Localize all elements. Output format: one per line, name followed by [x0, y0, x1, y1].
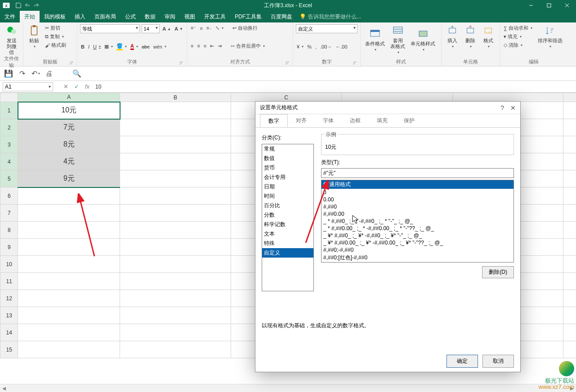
category-item[interactable]: 日期 — [262, 182, 313, 192]
save-icon[interactable] — [15, 2, 22, 9]
increase-indent-button[interactable]: ⇥ — [217, 43, 223, 49]
qat-print-icon[interactable]: 🖨 — [44, 69, 54, 79]
cell-A3[interactable]: 8元 — [18, 136, 120, 153]
format-item[interactable]: 0 — [321, 189, 513, 196]
format-list[interactable]: G/通用格式 0 0.00 #,##0 #,##0.00 _ * #,##0_ … — [321, 180, 514, 263]
increase-font-button[interactable]: A▲ — [161, 26, 172, 32]
decrease-indent-button[interactable]: ⇤ — [209, 43, 215, 49]
format-item[interactable]: #,##0.00 — [321, 210, 513, 218]
paste-button[interactable]: 粘贴▾ — [26, 24, 42, 49]
maximize-button[interactable] — [540, 0, 558, 11]
category-item[interactable]: 特殊 — [262, 239, 313, 248]
dialog-tab-fill[interactable]: 填充 — [369, 114, 396, 127]
phonetic-button[interactable]: wén▾ — [152, 44, 167, 50]
row-header-6[interactable]: 6 — [0, 187, 18, 205]
format-item[interactable]: _ ¥* #,##0_ ;_ ¥* -#,##0_ ;_ ¥* "-"_ ;_ … — [321, 232, 513, 239]
tab-developer[interactable]: 开发工具 — [200, 11, 230, 22]
col-header-H[interactable]: H — [563, 93, 576, 102]
italic-button[interactable]: I — [87, 44, 90, 50]
row-header-8[interactable]: 8 — [0, 222, 18, 239]
tab-pdf[interactable]: PDF工具集 — [230, 11, 266, 22]
percent-button[interactable]: % — [306, 44, 313, 50]
align-center-button[interactable]: ≡ — [196, 43, 201, 49]
decrease-decimal-button[interactable]: ←.00 — [335, 44, 348, 50]
delete-cells-button[interactable]: ×删除▾ — [462, 24, 478, 49]
tab-layout[interactable]: 页面布局 — [90, 11, 121, 22]
category-item[interactable]: 分数 — [262, 210, 313, 220]
increase-decimal-button[interactable]: .00→ — [319, 44, 333, 50]
insert-cells-button[interactable]: +插入▾ — [444, 24, 460, 49]
row-header-1[interactable]: 1 — [0, 102, 18, 119]
dialog-tab-font[interactable]: 字体 — [315, 114, 342, 127]
cell-A2[interactable]: 7元 — [18, 119, 120, 136]
font-launcher[interactable]: ◸ — [180, 61, 183, 65]
horizontal-scrollbar[interactable]: ◂ ▸ — [0, 384, 576, 392]
tab-formulas[interactable]: 公式 — [121, 11, 140, 22]
decrease-font-button[interactable]: A▼ — [174, 26, 184, 32]
orientation-button[interactable]: ⤡▾ — [214, 25, 224, 31]
underline-button[interactable]: U▾ — [92, 44, 102, 50]
autosum-button[interactable]: ∑自动求和▾ — [503, 24, 533, 32]
align-right-button[interactable]: ≡ — [203, 43, 207, 49]
tell-me[interactable]: 💡 告诉我您想要做什么... — [299, 11, 361, 22]
row-header-13[interactable]: 13 — [0, 307, 18, 324]
format-item[interactable]: #,##0;-#,##0 — [321, 246, 513, 254]
merge-center-button[interactable]: ⇿合并后居中▾ — [230, 42, 266, 50]
copy-button[interactable]: ⧉复制▾ — [44, 33, 67, 40]
insert-function-button[interactable]: fx — [82, 83, 93, 90]
clear-button[interactable]: ◇清除▾ — [503, 41, 533, 49]
scroll-left-icon[interactable]: ◂ — [0, 384, 8, 392]
row-header-9[interactable]: 9 — [0, 239, 18, 256]
col-header-C[interactable]: C — [231, 93, 342, 102]
conditional-format-button[interactable]: 条件格式▾ — [363, 27, 387, 53]
tab-file[interactable]: 文件 — [0, 11, 20, 22]
col-header-A[interactable]: A — [18, 93, 120, 102]
dialog-tab-number[interactable]: 数字 — [260, 114, 288, 127]
dialog-close-button[interactable]: ✕ — [510, 104, 516, 111]
formula-enter-button[interactable]: ✓ — [71, 83, 82, 90]
strikethrough-button[interactable]: abc — [141, 44, 151, 50]
category-item[interactable]: 常规 — [262, 144, 313, 154]
row-header-14[interactable]: 14 — [0, 324, 18, 341]
format-item[interactable]: 0.00 — [321, 196, 513, 203]
formula-cancel-button[interactable]: ✕ — [60, 83, 71, 90]
category-item[interactable]: 时间 — [262, 192, 313, 201]
qat-redo-icon[interactable]: ↷ — [17, 69, 27, 79]
format-item[interactable]: #,##0;[红色]-#,##0 — [321, 254, 513, 262]
col-header-B[interactable]: B — [120, 93, 231, 102]
category-list[interactable]: 常规 数值 货币 会计专用 日期 时间 百分比 分数 科学记数 文本 特殊 自定… — [262, 144, 314, 291]
minimize-button[interactable] — [522, 0, 540, 11]
fill-button[interactable]: ▾填充▾ — [503, 33, 533, 40]
cell-A1[interactable]: 10元 — [18, 102, 120, 119]
redo-icon[interactable] — [33, 2, 40, 9]
table-format-button[interactable]: 套用 表格式▾ — [388, 24, 407, 55]
category-item[interactable]: 文本 — [262, 229, 313, 239]
cancel-button[interactable]: 取消 — [482, 355, 514, 368]
tab-home[interactable]: 开始 — [20, 11, 40, 22]
format-item[interactable]: _ ¥* #,##0.00_ ;_ ¥* -#,##0.00_ ;_ ¥* "-… — [321, 239, 513, 246]
cell-style-button[interactable]: 单元格样式▾ — [409, 27, 437, 53]
tab-view[interactable]: 视图 — [180, 11, 200, 22]
row-header-2[interactable]: 2 — [0, 119, 18, 136]
number-launcher[interactable]: ◸ — [353, 61, 357, 65]
qat-save-icon[interactable]: 💾 — [4, 69, 13, 79]
category-item[interactable]: 数值 — [262, 154, 313, 163]
cell-A5[interactable]: 9元 — [18, 170, 120, 187]
format-cells-button[interactable]: 格式▾ — [480, 24, 496, 49]
tab-review[interactable]: 审阅 — [160, 11, 180, 22]
align-top-button[interactable]: ≡⁻ — [190, 25, 197, 31]
align-launcher[interactable]: ◸ — [286, 61, 289, 65]
name-box[interactable]: A1 — [3, 82, 53, 91]
category-item-selected[interactable]: 自定义 — [262, 248, 313, 258]
row-header-11[interactable]: 11 — [0, 273, 18, 290]
col-header-E[interactable] — [452, 93, 563, 102]
tab-data[interactable]: 数据 — [140, 11, 160, 22]
formula-bar-value[interactable]: 10 — [93, 84, 576, 90]
format-item[interactable]: #,##0 — [321, 203, 513, 210]
bold-button[interactable]: B — [80, 44, 85, 50]
align-left-button[interactable]: ≡ — [190, 43, 194, 49]
category-item[interactable]: 百分比 — [262, 201, 313, 210]
font-name-combo[interactable]: 等线 — [80, 24, 140, 33]
row-header-12[interactable]: 12 — [0, 290, 18, 307]
category-item[interactable]: 货币 — [262, 163, 313, 173]
